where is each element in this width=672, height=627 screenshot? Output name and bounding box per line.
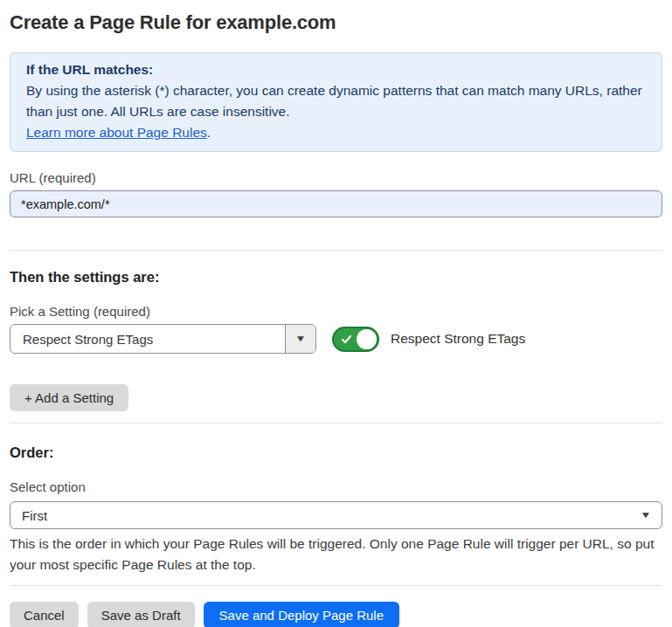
page-title: Create a Page Rule for example.com bbox=[10, 11, 662, 34]
url-match-info-box: If the URL matches: By using the asteris… bbox=[10, 52, 662, 152]
check-icon bbox=[341, 334, 352, 345]
create-page-rule-form: Create a Page Rule for example.com If th… bbox=[0, 0, 672, 627]
setting-select-arrow-button[interactable]: ▼ bbox=[285, 325, 315, 353]
pick-setting-label: Pick a Setting (required) bbox=[10, 304, 662, 319]
chevron-down-icon: ▼ bbox=[640, 511, 651, 520]
divider bbox=[10, 585, 662, 586]
learn-more-link[interactable]: Learn more about Page Rules bbox=[26, 125, 207, 140]
save-as-draft-button[interactable]: Save as Draft bbox=[87, 602, 195, 627]
order-select-value: First bbox=[22, 508, 47, 523]
setting-select-value: Respect Strong ETags bbox=[10, 325, 285, 353]
order-select-label: Select option bbox=[10, 479, 662, 494]
cancel-button[interactable]: Cancel bbox=[10, 602, 79, 627]
setting-select[interactable]: Respect Strong ETags ▼ bbox=[10, 324, 316, 354]
info-box-heading: If the URL matches: bbox=[26, 59, 646, 80]
order-section-heading: Order: bbox=[10, 444, 662, 461]
setting-row: Respect Strong ETags ▼ Respect Strong ET… bbox=[10, 324, 662, 354]
link-suffix: . bbox=[207, 125, 211, 140]
divider bbox=[10, 250, 662, 251]
order-help-text: This is the order in which your Page Rul… bbox=[10, 534, 662, 575]
info-box-link-line: Learn more about Page Rules. bbox=[26, 122, 646, 143]
toggle-knob bbox=[357, 329, 377, 349]
order-select[interactable]: First ▼ bbox=[10, 501, 662, 529]
toggle-label: Respect Strong ETags bbox=[391, 331, 525, 347]
url-input[interactable] bbox=[10, 190, 662, 217]
divider bbox=[10, 423, 662, 424]
info-box-body: By using the asterisk (*) character, you… bbox=[26, 80, 646, 122]
chevron-down-icon: ▼ bbox=[294, 334, 306, 343]
save-and-deploy-button[interactable]: Save and Deploy Page Rule bbox=[204, 602, 399, 627]
add-setting-button[interactable]: + Add a Setting bbox=[10, 384, 128, 411]
form-actions: Cancel Save as Draft Save and Deploy Pag… bbox=[10, 602, 662, 627]
respect-strong-etags-toggle[interactable] bbox=[332, 327, 379, 352]
url-field-label: URL (required) bbox=[10, 170, 662, 185]
settings-section-heading: Then the settings are: bbox=[10, 269, 662, 286]
